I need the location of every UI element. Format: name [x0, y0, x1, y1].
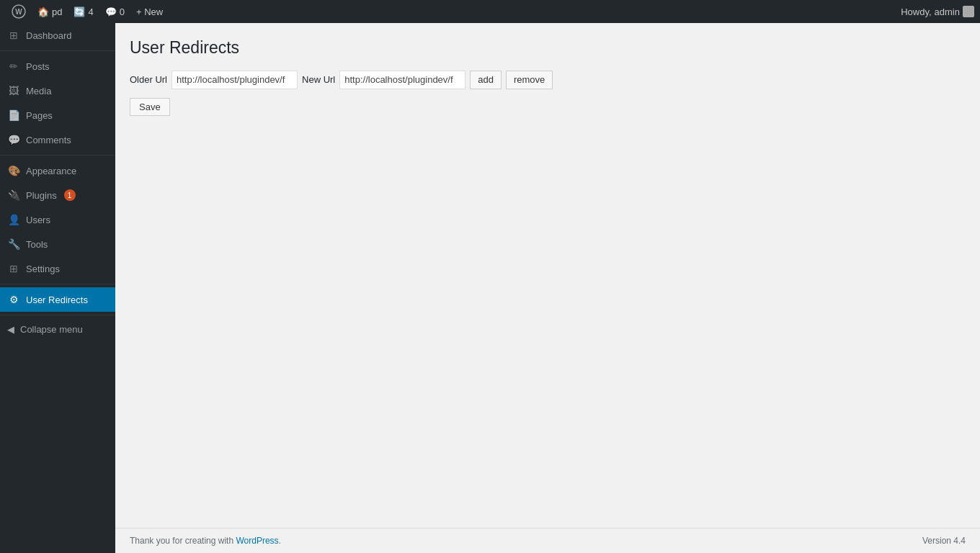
admin-user-area: Howdy, admin	[901, 6, 974, 17]
sidebar-label-comments: Comments	[26, 135, 71, 145]
sidebar-item-appearance[interactable]: 🎨 Appearance	[0, 158, 115, 183]
wp-logo-button[interactable]: W	[6, 0, 32, 23]
new-label: + New	[136, 6, 163, 17]
footer-thank-you: Thank you for creating with	[130, 536, 233, 546]
sidebar-item-comments[interactable]: 💬 Comments	[0, 127, 115, 152]
sidebar-label-settings: Settings	[26, 264, 60, 274]
settings-icon: ⊞	[7, 262, 20, 275]
main-content: User Redirects Older Url New Url add rem…	[115, 23, 980, 528]
sidebar-item-user-redirects[interactable]: ⚙ User Redirects	[0, 287, 115, 312]
sidebar-label-appearance: Appearance	[26, 166, 76, 176]
menu-separator-1	[0, 50, 115, 51]
sidebar-label-pages: Pages	[26, 110, 53, 121]
users-icon: 👤	[7, 213, 20, 226]
updates-button[interactable]: 🔄 4	[68, 0, 99, 23]
sidebar-item-pages[interactable]: 📄 Pages	[0, 103, 115, 127]
sidebar-label-users: Users	[26, 215, 50, 225]
sidebar-label-dashboard: Dashboard	[26, 30, 72, 41]
comments-button[interactable]: 💬 0	[99, 0, 130, 23]
howdy-text: Howdy,	[901, 6, 931, 17]
user-redirects-icon: ⚙	[7, 293, 20, 306]
tools-icon: 🔧	[7, 238, 20, 251]
sidebar-item-posts[interactable]: ✏ Posts	[0, 54, 115, 78]
appearance-icon: 🎨	[7, 164, 20, 177]
save-button[interactable]: Save	[130, 98, 170, 116]
sidebar-label-posts: Posts	[26, 61, 50, 72]
older-url-input[interactable]	[172, 71, 298, 89]
wordpress-link[interactable]: WordPress	[236, 536, 278, 546]
sidebar-item-plugins[interactable]: 🔌 Plugins 1	[0, 183, 115, 207]
plugins-icon: 🔌	[7, 189, 20, 202]
sidebar-label-media: Media	[26, 86, 51, 96]
site-name: pd	[52, 6, 62, 17]
sidebar-label-plugins: Plugins	[26, 190, 57, 201]
sidebar-item-users[interactable]: 👤 Users	[0, 207, 115, 232]
sidebar-item-dashboard[interactable]: ⊞ Dashboard	[0, 23, 115, 48]
menu-separator-2	[0, 155, 115, 156]
dashboard-icon: ⊞	[7, 29, 20, 42]
add-redirect-button[interactable]: add	[470, 71, 502, 89]
sidebar-item-tools[interactable]: 🔧 Tools	[0, 232, 115, 256]
collapse-menu-button[interactable]: ◀ Collapse menu	[0, 318, 115, 341]
new-url-input[interactable]	[339, 71, 466, 89]
sidebar-label-tools: Tools	[26, 239, 48, 250]
footer-version: Version 4.4	[922, 536, 966, 546]
media-icon: 🖼	[7, 84, 20, 97]
admin-profile-link[interactable]: admin	[935, 6, 960, 17]
footer: Thank you for creating with WordPress. V…	[115, 528, 980, 553]
admin-sidebar: ⊞ Dashboard ✏ Posts 🖼 Media 📄 Pages 💬 Co…	[0, 23, 115, 553]
footer-left: Thank you for creating with WordPress.	[130, 536, 281, 546]
collapse-label: Collapse menu	[20, 324, 83, 335]
new-content-button[interactable]: + New	[130, 0, 169, 23]
sidebar-item-media[interactable]: 🖼 Media	[0, 78, 115, 103]
remove-redirect-button[interactable]: remove	[506, 71, 553, 89]
sidebar-item-settings[interactable]: ⊞ Settings	[0, 256, 115, 281]
comments-icon: 💬	[105, 6, 117, 17]
site-name-button[interactable]: 🏠 pd	[32, 0, 68, 23]
comments-menu-icon: 💬	[7, 133, 20, 146]
posts-icon: ✏	[7, 60, 20, 73]
new-url-label: New Url	[302, 74, 335, 85]
avatar	[963, 6, 974, 17]
comments-count: 0	[120, 6, 125, 17]
collapse-icon: ◀	[7, 324, 14, 335]
updates-icon: 🔄	[74, 6, 85, 17]
svg-text:W: W	[15, 8, 22, 16]
older-url-label: Older Url	[130, 74, 167, 85]
page-title: User Redirects	[130, 37, 966, 59]
menu-separator-4	[0, 315, 115, 315]
save-area: Save	[130, 98, 966, 116]
redirect-form: Older Url New Url add remove	[130, 71, 966, 89]
sidebar-label-user-redirects: User Redirects	[26, 295, 88, 305]
updates-count: 4	[88, 6, 93, 17]
admin-bar: W 🏠 pd 🔄 4 💬 0 + New Howdy, admin	[0, 0, 980, 23]
menu-separator-3	[0, 284, 115, 284]
plugins-update-badge: 1	[64, 189, 76, 201]
pages-icon: 📄	[7, 109, 20, 122]
home-icon: 🏠	[37, 6, 49, 17]
